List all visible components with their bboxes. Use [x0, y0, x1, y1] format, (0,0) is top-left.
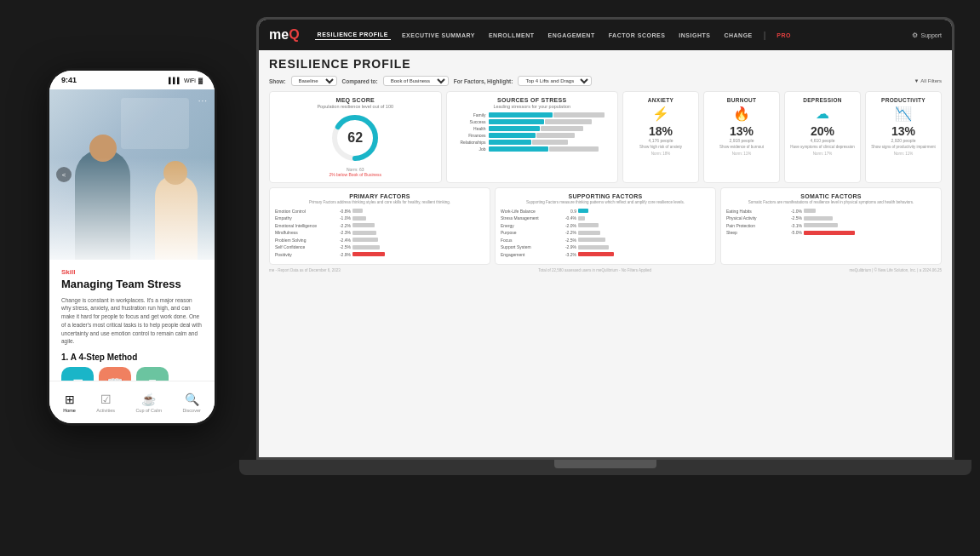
factors-grid: PRIMARY FACTORS Primary Factors address …: [269, 187, 942, 265]
nav-divider: |: [764, 31, 766, 40]
dashboard-content: RESILIENCE PROFILE Show: Baseline Compar…: [259, 50, 952, 457]
nav-discover[interactable]: 🔍 Discover: [182, 393, 200, 413]
factor-name: Support System: [501, 244, 556, 249]
laptop-screen-body: meQ RESILIENCE PROFILE EXECUTIVE SUMMARY…: [256, 17, 954, 460]
back-button[interactable]: <: [56, 167, 72, 182]
factor-row: Empathy -1.0%: [275, 215, 484, 221]
stress-row-health: Health: [452, 126, 613, 131]
nav-enrollment[interactable]: ENROLLMENT: [486, 31, 537, 40]
bar-compare: [536, 133, 575, 138]
depression-pct: 20%: [788, 124, 857, 138]
factor-value: 0.9: [558, 209, 576, 214]
factor-bar-neg: [578, 216, 585, 221]
stress-bar: [489, 126, 613, 131]
footer-center: Total of 22,580 assessed users in meQuli…: [538, 268, 651, 272]
step-2-card[interactable]: 📖: [99, 367, 131, 381]
factor-row-highlight: Sleep -5.0%: [726, 230, 936, 235]
factor-bar-neg: [578, 238, 605, 242]
nav-cup-of-calm[interactable]: ☕ Cup of Calm: [135, 393, 162, 413]
meq-score-card: meQ SCORE Population resilience level ou…: [269, 91, 442, 183]
factor-value: -2.9%: [332, 252, 351, 257]
factor-bar-neg: [352, 216, 366, 221]
nav-engagement[interactable]: ENGAGEMENT: [546, 31, 598, 40]
factor-bar-neg: [804, 223, 838, 227]
step-1-card[interactable]: ⊞: [61, 367, 94, 381]
factor-name: Empathy: [275, 215, 330, 221]
factor-bar: [578, 231, 710, 235]
stress-bar: [489, 140, 613, 145]
factor-value: -2.5%: [332, 244, 351, 249]
productivity-norm: Norm: 11%: [869, 152, 937, 156]
dashboard-footer: me - Report Data as of December 6, 2023 …: [269, 268, 942, 272]
factor-row: Purpose -2.2%: [501, 230, 710, 235]
highlight-select[interactable]: Top 4 Lifts and Drags: [518, 76, 592, 86]
depression-norm: Norm: 17%: [788, 152, 857, 156]
factor-bar: [804, 209, 936, 213]
burnout-people: 2,918 people: [708, 138, 776, 143]
supporting-factors-subtitle: Supporting Factors measure thinking patt…: [501, 200, 710, 205]
factor-bar: [352, 223, 484, 227]
factor-value: -2.2%: [332, 223, 351, 228]
nav-insights[interactable]: INSIGHTS: [676, 31, 713, 40]
laptop-screen: meQ RESILIENCE PROFILE EXECUTIVE SUMMARY…: [259, 20, 952, 457]
top-metrics-grid: meQ SCORE Population resilience level ou…: [269, 91, 942, 183]
nav-resilience-profile[interactable]: RESILIENCE PROFILE: [315, 30, 391, 40]
meq-score-subtitle: Population resilience level out of 100: [275, 104, 436, 109]
nav-items-list: RESILIENCE PROFILE EXECUTIVE SUMMARY ENR…: [315, 30, 913, 40]
cup-of-calm-label: Cup of Calm: [135, 408, 162, 413]
stress-bar: [489, 133, 613, 138]
factor-bar-neg: [804, 231, 855, 235]
factor-bar: [352, 252, 484, 256]
depression-people: 4,610 people: [788, 138, 857, 143]
factor-bar-neg: [578, 231, 600, 235]
bar-main: [489, 112, 553, 118]
phone-status-bar: 9:41 ▌▌▌ WiFi ▓: [49, 71, 215, 89]
factor-bar-neg: [804, 216, 833, 221]
factor-row: Self Confidence -2.5%: [275, 244, 484, 249]
nav-factor-scores[interactable]: FACTOR SCORES: [606, 31, 668, 40]
nav-executive-summary[interactable]: EXECUTIVE SUMMARY: [399, 31, 478, 40]
depression-desc: Have symptoms of clinical depression: [788, 145, 857, 150]
phone-status-icons: ▌▌▌ WiFi ▓: [169, 77, 203, 83]
factor-bar: [352, 245, 484, 249]
factor-value: -2.5%: [783, 215, 802, 221]
nav-activities[interactable]: ☑ Activities: [96, 393, 115, 413]
factor-row: Problem Solving -2.4%: [275, 238, 484, 243]
factor-row: Eating Habits -1.0%: [726, 209, 936, 214]
more-options-button[interactable]: ···: [198, 96, 208, 106]
bar-compare: [545, 119, 592, 124]
nav-pro[interactable]: PRO: [774, 31, 794, 40]
bar-compare: [541, 126, 583, 131]
factor-value: -3.2%: [558, 252, 576, 257]
compared-select[interactable]: Book of Business: [383, 76, 449, 86]
show-select[interactable]: Baseline: [291, 76, 337, 86]
anxiety-title: ANXIETY: [627, 97, 695, 103]
stress-sources-card: SOURCES OF STRESS Leading stressors for …: [446, 91, 619, 183]
stress-label: Family: [452, 112, 486, 118]
factor-name: Problem Solving: [275, 238, 330, 243]
anxiety-desc: Show high risk of anxiety: [627, 145, 695, 150]
phone-screen: 9:41 ▌▌▌ WiFi ▓ < ···: [49, 71, 215, 423]
factor-bar-pos: [578, 209, 588, 213]
stress-label: Health: [452, 126, 486, 131]
skill-description: Change is constant in workplaces. It's a…: [61, 296, 203, 347]
factor-name: Physical Activity: [726, 215, 782, 221]
activities-icon: ☑: [100, 393, 112, 406]
wifi-icon: WiFi: [184, 77, 196, 83]
step-3-card[interactable]: ≡: [136, 367, 169, 381]
factor-row-highlight: Work-Life Balance 0.9: [501, 209, 710, 214]
footer-right: meQulibrium | © New Life Solution, Inc. …: [850, 268, 942, 272]
factor-bar-neg: [352, 245, 380, 249]
stress-title: SOURCES OF STRESS: [452, 97, 613, 103]
nav-change[interactable]: CHANGE: [721, 31, 754, 40]
cup-of-calm-icon: ☕: [141, 393, 156, 406]
anxiety-norm: Norm: 18%: [627, 152, 695, 156]
factor-row: Stress Management -0.4%: [501, 215, 710, 221]
stress-row-success: Success: [452, 119, 613, 124]
all-filters-button[interactable]: ▼ All Filters: [914, 78, 942, 83]
bar-compare: [532, 140, 568, 145]
anxiety-people: 4,176 people: [627, 138, 695, 143]
productivity-people: 2,920 people: [869, 138, 937, 143]
nav-home[interactable]: ⊞ Home: [63, 393, 76, 413]
support-button[interactable]: ⚙ Support: [912, 32, 942, 39]
